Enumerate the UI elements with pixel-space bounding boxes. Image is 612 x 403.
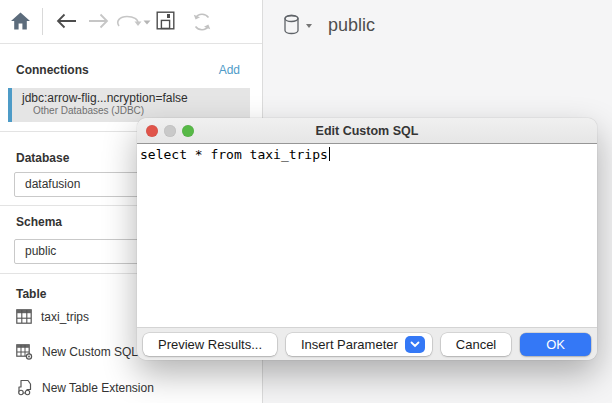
table-heading: Table	[16, 287, 46, 301]
redo-dropdown-caret-icon[interactable]	[143, 19, 151, 25]
datasource-name[interactable]: public	[328, 15, 375, 36]
zoom-button[interactable]	[182, 125, 194, 137]
database-select-value: datafusion	[25, 177, 80, 191]
table-extension-icon	[16, 379, 33, 396]
edit-custom-sql-dialog: Edit Custom SQL select * from taxi_trips…	[137, 118, 597, 360]
add-connection-link[interactable]: Add	[219, 63, 240, 77]
dialog-title: Edit Custom SQL	[316, 124, 419, 138]
table-grid-icon	[16, 309, 32, 324]
datasource-header: public	[283, 14, 375, 36]
preview-results-button[interactable]: Preview Results...	[143, 333, 277, 356]
redo-icon[interactable]	[114, 13, 144, 29]
new-custom-sql-label: New Custom SQL	[42, 345, 138, 359]
database-icon[interactable]	[283, 14, 300, 36]
new-custom-sql[interactable]: New Custom SQL	[16, 344, 138, 360]
database-heading: Database	[16, 151, 69, 165]
text-caret	[329, 147, 331, 161]
cancel-label: Cancel	[456, 337, 496, 352]
new-table-extension-label: New Table Extension	[42, 381, 154, 395]
dialog-footer: Preview Results... Insert Parameter Canc…	[137, 327, 597, 360]
traffic-lights	[146, 125, 194, 137]
forward-icon[interactable]	[86, 12, 110, 29]
preview-results-label: Preview Results...	[158, 337, 262, 352]
minimize-button[interactable]	[164, 125, 176, 137]
table-item-taxi-trips[interactable]: taxi_trips	[16, 309, 89, 324]
close-button[interactable]	[146, 125, 158, 137]
home-icon[interactable]	[9, 10, 31, 31]
app-window: Connections Add jdbc:arrow-flig...ncrypt…	[0, 0, 612, 403]
cancel-button[interactable]: Cancel	[441, 333, 511, 356]
save-icon[interactable]	[155, 10, 175, 30]
ok-button[interactable]: OK	[520, 333, 591, 356]
connection-title: jdbc:arrow-flig...ncryption=false	[22, 91, 250, 105]
schema-heading: Schema	[16, 215, 62, 229]
sql-text: select * from taxi_trips	[140, 147, 328, 162]
schema-select-value: public	[25, 244, 56, 258]
connections-heading: Connections	[16, 63, 89, 77]
refresh-icon[interactable]	[190, 10, 213, 33]
connection-item[interactable]: jdbc:arrow-flig...ncryption=false Other …	[8, 88, 250, 122]
custom-sql-icon	[16, 344, 33, 360]
sql-editor[interactable]: select * from taxi_trips	[137, 144, 597, 327]
insert-parameter-button[interactable]: Insert Parameter	[286, 333, 432, 356]
toolbar-separator	[42, 8, 43, 35]
insert-parameter-label: Insert Parameter	[301, 337, 398, 352]
toolbar	[0, 0, 262, 44]
database-menu-caret-icon[interactable]	[306, 24, 312, 28]
back-icon[interactable]	[54, 12, 78, 29]
connection-subtitle: Other Databases (JDBC)	[33, 105, 250, 116]
table-item-label: taxi_trips	[41, 310, 89, 324]
new-table-extension[interactable]: New Table Extension	[16, 379, 154, 396]
ok-label: OK	[546, 337, 565, 352]
insert-parameter-chevron-icon	[405, 336, 425, 353]
dialog-titlebar[interactable]: Edit Custom SQL	[137, 118, 597, 144]
